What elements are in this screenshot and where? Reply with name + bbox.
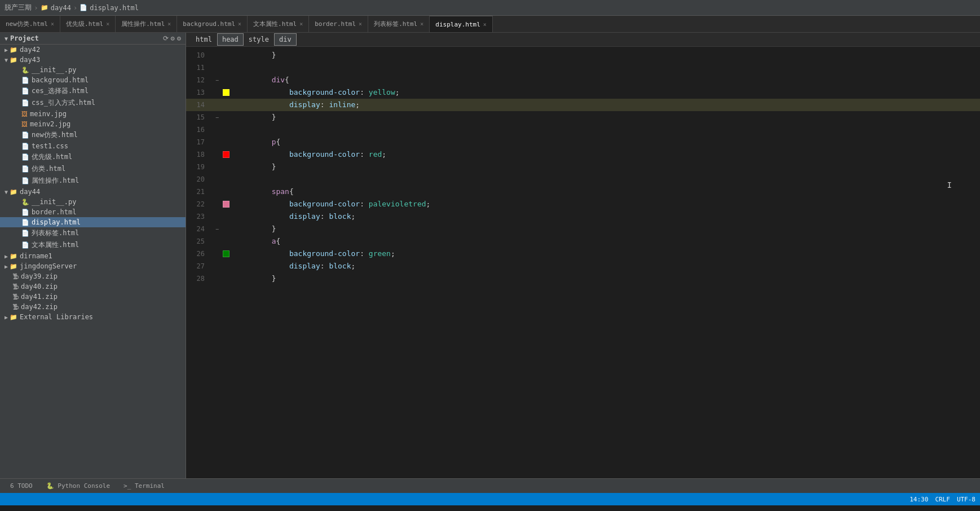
sidebar-item-day40.zip[interactable]: 🗜 day40.zip: [0, 281, 186, 292]
line-number: 28: [186, 275, 211, 283]
breadcrumb: 📁 day44 › 📄 display.html: [41, 4, 139, 12]
sidebar-item-label: __init__.py: [32, 66, 76, 74]
color-swatch[interactable]: [223, 151, 229, 158]
color-swatch[interactable]: [223, 89, 229, 96]
sidebar-item-day42[interactable]: ▶📁 day42: [0, 45, 186, 55]
tab-优先级_html[interactable]: 优先级.html×: [60, 16, 116, 32]
file-icon: 📄: [21, 219, 29, 226]
tab-close-icon[interactable]: ×: [299, 21, 303, 27]
gutter: −: [211, 226, 223, 232]
code-breadcrumb-style[interactable]: style: [244, 33, 274, 46]
folder-arrow-icon: ▼: [5, 189, 8, 195]
tab-close-icon[interactable]: ×: [420, 21, 423, 27]
tab-backgroud_html[interactable]: backgroud.html×: [177, 16, 248, 32]
sidebar-item-label: day43: [20, 56, 40, 64]
sidebar-item-label: 仿类.html: [32, 164, 65, 174]
sidebar-item-jingdongServer[interactable]: ▶📁 jingdongServer: [0, 261, 186, 271]
code-text: display: block;: [232, 210, 355, 223]
project-gear-icon[interactable]: ⚙: [177, 34, 181, 42]
code-line-17: 17 p{: [186, 136, 980, 148]
sidebar-item-属性操作.html[interactable]: 📄 属性操作.html: [0, 175, 186, 187]
line-number: 25: [186, 237, 211, 245]
tab-label: border.html: [315, 20, 356, 28]
tab-border_html[interactable]: border.html×: [309, 16, 368, 32]
project-sync-icon[interactable]: ⟳: [163, 34, 169, 42]
bottom-tab-Python-Console[interactable]: 🐍 Python Console: [41, 481, 116, 491]
sidebar-item-External-Libraries[interactable]: ▶📁 External Libraries: [0, 312, 186, 322]
main-layout: ▼ Project ⟳ ⚙ ⚙ ▶📁 day42▼📁 day43🐍 __init…: [0, 33, 980, 478]
file-icon: 🗜: [12, 293, 19, 301]
tab-close-icon[interactable]: ×: [106, 21, 109, 27]
fold-icon[interactable]: −: [215, 114, 219, 121]
tab-文本属性_html[interactable]: 文本属性.html×: [248, 16, 309, 32]
project-dropdown-arrow[interactable]: ▼: [5, 36, 8, 42]
sidebar-item-__init__.py[interactable]: 🐍 __init__.py: [0, 197, 186, 207]
sidebar-item-day39.zip[interactable]: 🗜 day39.zip: [0, 271, 186, 281]
sidebar-item-meinv.jpg[interactable]: 🖼 meinv.jpg: [0, 109, 186, 119]
project-settings-icon[interactable]: ⚙: [171, 34, 175, 42]
code-line-19: 19 }: [186, 161, 980, 173]
sidebar-item-ces_选择器.html[interactable]: 📄 ces_选择器.html: [0, 85, 186, 97]
code-text: background-color: palevioletred;: [232, 198, 430, 210]
tab-属性操作_html[interactable]: 属性操作.html×: [116, 16, 177, 32]
tab-label: new仿类.html: [6, 20, 48, 28]
tab-close-icon[interactable]: ×: [51, 21, 54, 27]
code-text: background-color: red;: [232, 148, 386, 161]
line-number: 24: [186, 225, 211, 233]
sidebar-item-文本属性.html[interactable]: 📄 文本属性.html: [0, 239, 186, 251]
folder-arrow-icon: ▶: [5, 263, 8, 270]
code-text: display: inline;: [232, 99, 360, 111]
code-line-13: 13 background-color: yellow;: [186, 86, 980, 99]
color-swatch[interactable]: [223, 201, 229, 208]
color-swatch[interactable]: [223, 250, 229, 257]
line-number: 13: [186, 89, 211, 96]
file-icon: 📄: [80, 4, 87, 11]
sidebar-item-__init__.py[interactable]: 🐍 __init__.py: [0, 65, 186, 75]
sidebar-item-day41.zip[interactable]: 🗜 day41.zip: [0, 292, 186, 302]
tab-bar: new仿类.html×优先级.html×属性操作.html×backgroud.…: [0, 16, 980, 33]
tab-close-icon[interactable]: ×: [167, 21, 171, 27]
tab-display_html[interactable]: display.html×: [430, 16, 493, 32]
top-bar-title: 脱产三期: [5, 3, 32, 12]
file-icon: 📄: [21, 153, 29, 161]
sidebar-item-meinv2.jpg[interactable]: 🖼 meinv2.jpg: [0, 119, 186, 129]
sidebar-item-dirname1[interactable]: ▶📁 dirname1: [0, 251, 186, 261]
sidebar-item-display.html[interactable]: 📄 display.html: [0, 217, 186, 227]
folder-icon: 📁: [41, 4, 48, 11]
code-breadcrumb-html[interactable]: html: [191, 33, 217, 46]
code-text: }: [232, 272, 276, 285]
sidebar-item-new仿类.html[interactable]: 📄 new仿类.html: [0, 129, 186, 141]
folder-arrow-icon: ▶: [5, 253, 8, 259]
code-breadcrumb-head[interactable]: head: [217, 33, 244, 46]
file-icon: 📄: [21, 209, 29, 216]
sidebar-item-border.html[interactable]: 📄 border.html: [0, 207, 186, 217]
code-breadcrumb-div[interactable]: div: [274, 33, 297, 46]
sidebar-item-day44[interactable]: ▼📁 day44: [0, 187, 186, 197]
file-icon: 🐍: [21, 67, 29, 74]
sidebar-item-day42.zip[interactable]: 🗜 day42.zip: [0, 302, 186, 312]
sidebar-item-test1.css[interactable]: 📄 test1.css: [0, 141, 186, 151]
sidebar: ▼ Project ⟳ ⚙ ⚙ ▶📁 day42▼📁 day43🐍 __init…: [0, 33, 186, 478]
bottom-tab-Terminal[interactable]: >_ Terminal: [118, 481, 170, 491]
sidebar-item-优先级.html[interactable]: 📄 优先级.html: [0, 151, 186, 163]
sidebar-item-day43[interactable]: ▼📁 day43: [0, 55, 186, 65]
sidebar-item-仿类.html[interactable]: 📄 仿类.html: [0, 163, 186, 175]
sidebar-item-label: External Libraries: [20, 313, 93, 321]
line-number: 12: [186, 76, 211, 84]
tab-close-icon[interactable]: ×: [238, 21, 241, 27]
line-number: 26: [186, 250, 211, 258]
fold-icon[interactable]: −: [215, 226, 219, 232]
tab-列表标签_html[interactable]: 列表标签.html×: [368, 16, 430, 32]
swatch-area: [223, 250, 232, 257]
tab-close-icon[interactable]: ×: [483, 21, 487, 28]
sidebar-item-列表标签.html[interactable]: 📄 列表标签.html: [0, 227, 186, 239]
tab-close-icon[interactable]: ×: [359, 21, 362, 27]
sidebar-item-label: ces_选择器.html: [32, 86, 89, 96]
breadcrumb-folder: day44: [51, 4, 71, 12]
tab-new仿类_html[interactable]: new仿类.html×: [0, 16, 60, 32]
fold-icon[interactable]: −: [215, 77, 219, 83]
bottom-tab-TODO[interactable]: 6 TODO: [5, 481, 38, 491]
sidebar-item-css_引入方式.html[interactable]: 📄 css_引入方式.html: [0, 97, 186, 109]
sidebar-item-backgroud.html[interactable]: 📄 backgroud.html: [0, 75, 186, 85]
gutter: −: [211, 114, 223, 121]
